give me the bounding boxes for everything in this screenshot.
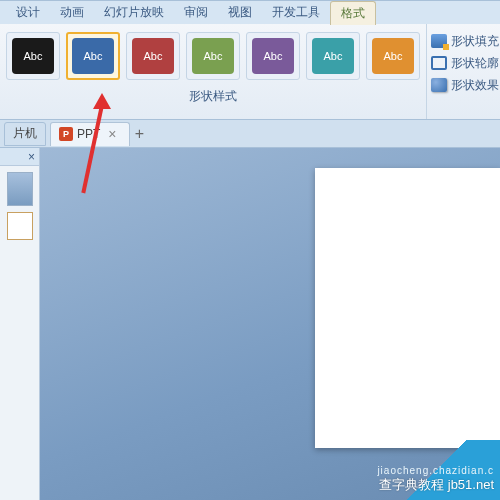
effects-icon xyxy=(431,78,447,92)
swatch-label: Abc xyxy=(144,50,163,62)
add-tab-button[interactable]: + xyxy=(130,125,150,143)
shape-style-2[interactable]: Abc xyxy=(66,32,120,80)
doc-tab-1[interactable]: 片机 xyxy=(4,122,46,146)
shape-style-1[interactable]: Abc xyxy=(6,32,60,80)
swatch-label: Abc xyxy=(384,50,403,62)
shape-outline-button[interactable]: 形状轮廓 xyxy=(431,52,499,74)
swatch-label: Abc xyxy=(264,50,283,62)
thumbnail-pane-close[interactable]: × xyxy=(0,148,39,166)
shape-style-4[interactable]: Abc xyxy=(186,32,240,80)
ribbon-body: Abc Abc Abc Abc Abc Abc Abc 形状样式 形状填充 形状… xyxy=(0,24,500,120)
tab-animation[interactable]: 动画 xyxy=(50,1,94,24)
workspace: × jiaocheng.chazidian.c 查字典教程 jb51.net xyxy=(0,148,500,500)
shape-style-5[interactable]: Abc xyxy=(246,32,300,80)
tab-format[interactable]: 格式 xyxy=(330,1,376,25)
slide[interactable] xyxy=(315,168,500,448)
swatch-label: Abc xyxy=(84,50,103,62)
tab-slideshow[interactable]: 幻灯片放映 xyxy=(94,1,174,24)
outline-icon xyxy=(431,56,447,70)
shape-style-3[interactable]: Abc xyxy=(126,32,180,80)
watermark-subtext: jiaocheng.chazidian.c xyxy=(377,465,494,476)
swatch-label: Abc xyxy=(324,50,343,62)
tab-view[interactable]: 视图 xyxy=(218,1,262,24)
shape-style-7[interactable]: Abc xyxy=(366,32,420,80)
fill-icon xyxy=(431,34,447,48)
close-tab-button[interactable]: × xyxy=(104,126,120,142)
shape-style-group-label: 形状样式 xyxy=(6,86,420,105)
shape-effects-button[interactable]: 形状效果 xyxy=(431,74,499,96)
slide-thumbnail-2[interactable] xyxy=(7,212,33,240)
format-panel: 形状填充 形状轮廓 形状效果 xyxy=(427,24,500,119)
swatch-label: Abc xyxy=(204,50,223,62)
tab-review[interactable]: 审阅 xyxy=(174,1,218,24)
slide-thumbnail-1[interactable] xyxy=(7,172,33,206)
swatch-label: Abc xyxy=(24,50,43,62)
shape-style-6[interactable]: Abc xyxy=(306,32,360,80)
doc-tab-ppt[interactable]: P PPT × xyxy=(50,122,130,146)
ppt-icon: P xyxy=(59,127,73,141)
shape-style-gallery: Abc Abc Abc Abc Abc Abc Abc 形状样式 xyxy=(0,24,427,119)
tab-design[interactable]: 设计 xyxy=(6,1,50,24)
tab-devtools[interactable]: 开发工具 xyxy=(262,1,330,24)
slide-canvas[interactable]: jiaocheng.chazidian.c 查字典教程 jb51.net xyxy=(40,148,500,500)
shape-fill-button[interactable]: 形状填充 xyxy=(431,30,499,52)
ribbon-tabs: 设计 动画 幻灯片放映 审阅 视图 开发工具 格式 xyxy=(0,0,500,24)
thumbnail-pane: × xyxy=(0,148,40,500)
document-tabs: 片机 P PPT × + xyxy=(0,120,500,148)
watermark-text: 查字典教程 jb51.net xyxy=(379,476,494,494)
